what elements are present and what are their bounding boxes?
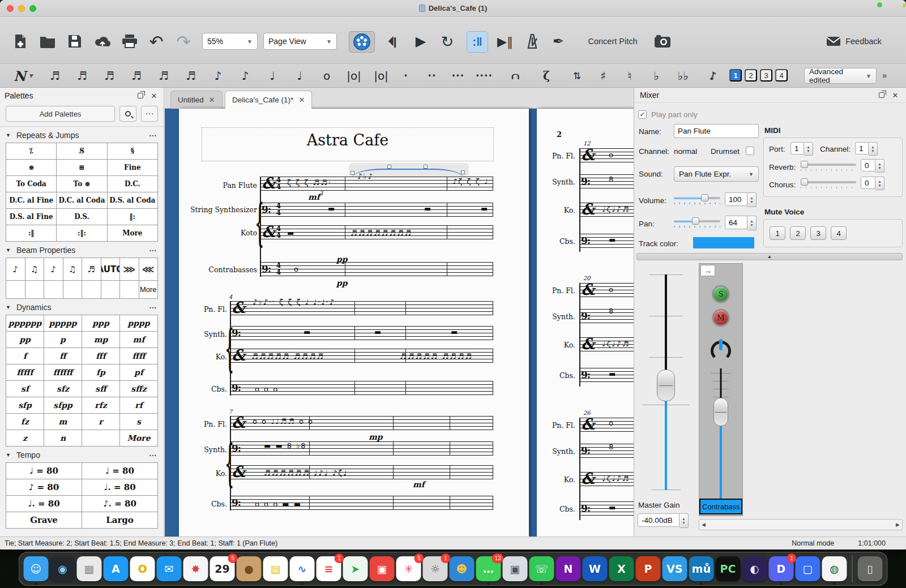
palette-cell[interactable]: D.S. al Coda [108,192,158,209]
tab-untitled[interactable]: Untitled✕ [170,91,223,109]
note-duration-button[interactable]: ♪ [208,67,228,84]
palette-cell[interactable] [63,281,83,299]
staff[interactable]: ♬♬♬♬♬♬ ♩♪♩ ♪ζ♩ [230,465,493,479]
palette-cell[interactable]: ♬ [82,258,101,281]
dock-item[interactable]: ◍ [822,556,847,581]
tie-button[interactable]: ∩ [506,71,525,81]
undo-button[interactable]: ↶ [146,30,166,53]
channel-fader-handle[interactable] [713,398,728,426]
palette-cell[interactable]: ♩. = 80 [6,496,82,512]
palette-cell[interactable]: ♩ = 80 [82,463,158,479]
section-menu-icon[interactable]: ⋯ [149,303,158,312]
palette-cell[interactable]: ♩. = 80 [82,479,158,496]
palette-cell[interactable]: sf [6,381,44,397]
dock-item[interactable]: P [636,556,661,581]
scroll-left-icon[interactable]: ◀ [702,522,706,527]
dock-item[interactable]: A [104,556,129,581]
mixer-channel-strip[interactable]: → S M Contrabass [699,263,743,516]
tuplet-number[interactable]: 3 [319,190,323,196]
channel-detail-arrow-button[interactable]: → [700,265,715,276]
dock-item[interactable]: ◐ [742,556,767,581]
staff[interactable]: 44 ζ ζ ζ ♬♬· ♪♭♪ ♪ζ ζ ζ ♩ [260,177,493,191]
score-canvas[interactable]: Astra Cafe Pan Flute String Synthesizer … [165,109,634,537]
staff[interactable]: 8 [579,309,634,323]
channel-name-label[interactable]: Contrabass [699,499,742,514]
staff[interactable]: 44 ▬ ▬ ▬ [260,203,493,217]
palette-cell[interactable]: To Coda [6,176,57,192]
voice-1-button[interactable]: 1 [729,69,742,81]
view-mode-select[interactable]: Page View▼ [263,33,337,50]
dock-item[interactable]: VS [663,556,687,581]
dock-item[interactable]: ▣ [503,556,528,581]
palette-cell[interactable]: :‖: [57,225,107,242]
tie-handle[interactable] [424,165,428,169]
title-bar[interactable]: Delica's_Cafe (1) [0,0,906,17]
note-duration-button[interactable]: ♩ [290,67,309,84]
dock-item[interactable]: O [130,556,155,581]
augmentation-dot-button[interactable]: ···· [475,67,494,84]
staff[interactable]: 8 [579,174,634,188]
palette-cell[interactable]: ♪ [6,258,25,281]
palette-cell[interactable]: r [82,414,120,430]
concert-pitch-button[interactable]: Concert Pitch [584,32,641,50]
dock-item[interactable]: PC [716,556,741,581]
palette-cell[interactable] [101,281,121,299]
title-frame[interactable]: Astra Cafe [202,127,494,161]
note-duration-button[interactable]: ♬ [181,67,200,84]
palette-cell[interactable]: ⊞ [57,160,107,176]
accidental-button[interactable]: ♭♭ [673,67,693,84]
dynamic-marking[interactable]: mp [369,432,383,441]
palette-cell[interactable]: Fine [108,160,158,176]
dock-item[interactable]: ☺ [24,556,49,581]
print-button[interactable] [120,32,139,50]
workspace-select[interactable]: Advanced edited▼ [804,68,877,84]
midi-input-toggle[interactable] [349,31,375,53]
dynamic-marking[interactable]: pp [336,278,348,287]
count-in-toggle[interactable]: ✒ [548,31,569,51]
palette-cell[interactable]: S̸ [57,143,107,160]
open-file-button[interactable] [39,32,57,50]
dynamic-marking[interactable]: pp [336,255,348,264]
dock-item[interactable]: W [583,556,608,581]
save-button[interactable] [66,32,84,50]
master-gain-spinbox[interactable]: -40.00dB▲▼ [638,513,689,528]
palette-cell[interactable]: ⁒ [6,143,57,160]
save-online-button[interactable] [93,32,112,50]
dynamic-marking[interactable]: mf [413,480,425,489]
pan-knob[interactable] [711,341,731,361]
feedback-button[interactable]: Feedback [820,32,888,50]
dock-item[interactable]: ➤ [343,556,368,581]
palette-cell[interactable]: ♪ [44,258,63,281]
voice-2-button[interactable]: 2 [745,69,757,81]
staff[interactable]: ▬ ▬ 8 ♭8 [230,441,493,456]
staff[interactable]: ▬ [579,368,634,382]
palette-cell[interactable]: D.S. al Fine [6,209,57,225]
palette-cell[interactable]: ♪ = 80 [6,479,82,496]
note-input-mode-button[interactable]: N▼ [10,67,36,84]
palette-cell[interactable]: Grave [6,512,82,529]
new-score-button[interactable] [11,32,29,50]
tab-delicas-cafe[interactable]: Delica's_Cafe (1)*✕ [225,91,312,109]
note-duration-button[interactable]: ♬ [127,67,146,84]
close-panel-button[interactable]: ✕ [149,91,159,101]
section-menu-icon[interactable]: ⋯ [149,246,158,255]
palette-cell[interactable] [44,281,63,299]
palettes-menu-button[interactable]: ⋯ [141,106,158,122]
dock-item[interactable]: ✳ 5 [396,556,421,581]
redo-button[interactable]: ↷ [173,30,194,53]
palette-cell[interactable]: :‖ [6,225,57,242]
staff[interactable]: o o ♩♩♬♬ o o [230,416,493,430]
dock-item[interactable]: ∿ [290,556,315,581]
palette-cell[interactable]: D.C. al Fine [6,192,57,209]
palette-cell[interactable]: rf [120,397,158,414]
palette-cell[interactable]: sff [82,381,120,397]
palette-cell[interactable]: rfz [82,397,120,414]
rewind-button[interactable]: ⏴❙ [384,31,403,51]
palette-cell[interactable] [120,281,139,299]
accidental-button[interactable]: ♮ [620,67,639,84]
play-repeats-toggle[interactable]: :‖ [467,31,488,53]
play-part-only-checkbox[interactable]: ✓ [638,110,647,119]
loop-playback-button[interactable]: ↻ [437,31,458,51]
palette-cell[interactable]: ♪. = 80 [82,496,158,512]
palette-cell[interactable]: fz [6,414,44,430]
